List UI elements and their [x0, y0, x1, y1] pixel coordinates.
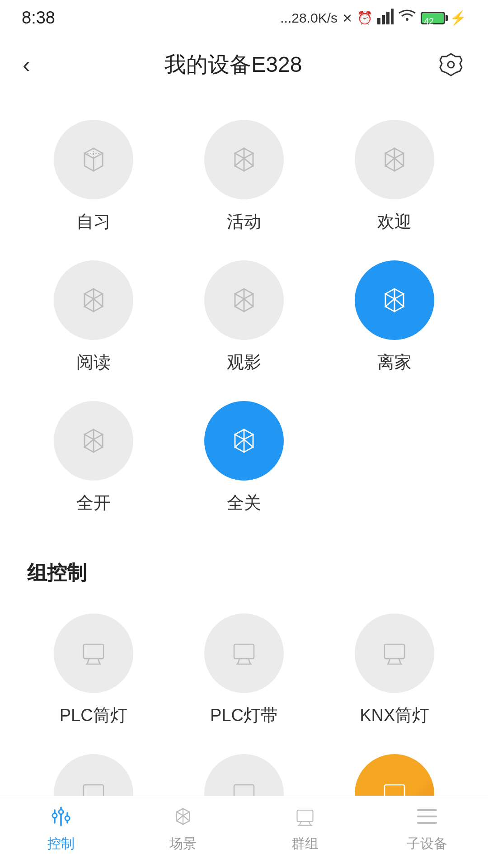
scene-label-zixue: 自习	[76, 210, 111, 233]
svg-line-7	[87, 659, 89, 664]
page-title: 我的设备E328	[164, 50, 302, 79]
scene-label-huanying: 欢迎	[377, 210, 412, 233]
nav-icon-control	[47, 802, 75, 831]
scene-label-guanying: 观影	[227, 351, 261, 374]
svg-marker-4	[440, 54, 462, 75]
scene-item-huodong[interactable]: 活动	[178, 120, 310, 233]
group-label-plc-tube: PLC筒灯	[60, 704, 127, 727]
svg-point-32	[65, 816, 70, 821]
scene-icon-yuedu	[54, 260, 133, 340]
scene-label-lijia: 离家	[377, 351, 412, 374]
group-icon-plc-strip	[204, 613, 284, 693]
bottom-nav: 控制 场景 群组	[0, 796, 488, 868]
nav-label-subdevice: 子设备	[407, 835, 447, 853]
svg-rect-6	[84, 644, 103, 659]
svg-rect-14	[385, 644, 404, 659]
group-item-plc-tube[interactable]: PLC筒灯	[27, 613, 160, 727]
scene-icon-huodong	[204, 120, 284, 199]
nav-icon-scene	[169, 802, 197, 831]
main-content: 自习 活动	[0, 93, 488, 861]
scene-item-lijia[interactable]: 离家	[328, 260, 461, 374]
wifi-icon	[398, 8, 416, 28]
svg-point-30	[52, 813, 57, 818]
group-label-plc-strip: PLC灯带	[210, 704, 278, 727]
network-status: ...28.0K/s	[280, 10, 338, 26]
svg-line-35	[309, 821, 310, 825]
group-label-knx-tube: KNX筒灯	[360, 704, 429, 727]
svg-rect-3	[391, 9, 394, 24]
svg-rect-10	[234, 644, 254, 659]
scene-icon-guanying	[204, 260, 284, 340]
scene-icon-zixue	[54, 120, 133, 199]
nav-icon-subdevice	[413, 802, 441, 831]
group-icon-knx-tube	[355, 613, 434, 693]
scene-label-quankai: 全开	[76, 491, 111, 514]
svg-line-8	[98, 659, 100, 664]
charging-icon: ⚡	[450, 10, 466, 26]
svg-point-31	[59, 810, 63, 814]
nav-item-subdevice[interactable]: 子设备	[366, 802, 488, 853]
scene-grid: 自习 活动	[27, 102, 461, 542]
nav-label-scene: 场景	[169, 835, 197, 853]
group-control-title: 组控制	[27, 542, 461, 595]
status-bar: 8:38 ...28.0K/s ⨯ ⏰ 42 ⚡	[0, 0, 488, 32]
svg-line-34	[299, 821, 301, 825]
bluetooth-icon: ⨯	[342, 10, 352, 25]
scene-icon-quankai	[54, 401, 133, 481]
alarm-icon: ⏰	[357, 10, 373, 25]
svg-line-15	[388, 659, 390, 664]
group-item-plc-strip[interactable]: PLC灯带	[178, 613, 310, 727]
scene-empty-cell	[328, 401, 461, 514]
nav-label-group: 群组	[291, 835, 319, 853]
scene-item-guanying[interactable]: 观影	[178, 260, 310, 374]
group-item-knx-tube[interactable]: KNX筒灯	[328, 613, 461, 727]
nav-label-control: 控制	[47, 835, 75, 853]
scene-icon-lijia	[355, 260, 434, 340]
scene-item-quanguan[interactable]: 全关	[178, 401, 310, 514]
svg-rect-1	[382, 15, 385, 24]
group-icon-plc-tube	[54, 613, 133, 693]
svg-line-12	[249, 659, 250, 664]
scene-item-yuedu[interactable]: 阅读	[27, 260, 160, 374]
page-header: ‹ 我的设备E328	[0, 32, 488, 93]
scene-icon-quanguan	[204, 401, 284, 481]
scene-label-quanguan: 全关	[227, 491, 261, 514]
svg-rect-2	[386, 12, 389, 24]
svg-line-11	[238, 659, 239, 664]
scene-item-huanying[interactable]: 欢迎	[328, 120, 461, 233]
svg-rect-0	[377, 18, 380, 24]
nav-icon-group	[291, 802, 319, 831]
battery-icon: 42	[421, 12, 445, 24]
scene-icon-huanying	[355, 120, 434, 199]
nav-item-group[interactable]: 群组	[244, 802, 366, 853]
status-time: 8:38	[22, 8, 55, 28]
scene-label-huodong: 活动	[227, 210, 261, 233]
scene-item-zixue[interactable]: 自习	[27, 120, 160, 233]
scene-item-quankai[interactable]: 全开	[27, 401, 160, 514]
nav-item-control[interactable]: 控制	[0, 802, 122, 853]
svg-rect-33	[297, 810, 313, 821]
scene-label-yuedu: 阅读	[76, 351, 111, 374]
svg-point-5	[448, 61, 454, 68]
back-button[interactable]: ‹	[23, 53, 30, 76]
status-icons: ...28.0K/s ⨯ ⏰ 42 ⚡	[280, 8, 466, 28]
nav-item-scene[interactable]: 场景	[122, 802, 244, 853]
settings-button[interactable]	[436, 50, 465, 79]
svg-line-16	[399, 659, 401, 664]
signal-icon	[377, 8, 394, 28]
